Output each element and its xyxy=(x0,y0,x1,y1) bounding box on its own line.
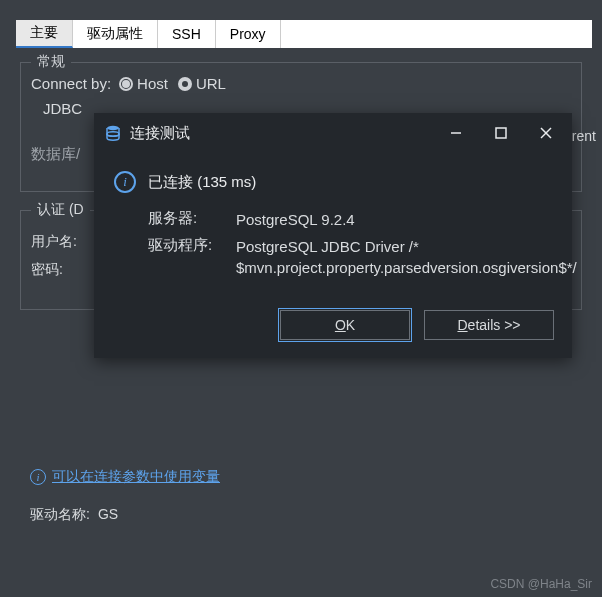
password-label: 密码: xyxy=(31,261,63,279)
connection-test-dialog: 连接测试 i 已连接 (135 ms) 服务器: PostgreSQL 9.2.… xyxy=(94,113,572,358)
radio-host-label: Host xyxy=(137,75,168,92)
svg-point-0 xyxy=(107,126,119,130)
db-schema-label: 数据库/ xyxy=(31,145,101,164)
close-button[interactable] xyxy=(523,113,568,153)
minimize-icon xyxy=(450,127,462,139)
info-icon: i xyxy=(30,469,46,485)
maximize-icon xyxy=(495,127,507,139)
general-legend: 常规 xyxy=(31,53,71,71)
driver-label: 驱动程序: xyxy=(148,236,236,278)
radio-icon xyxy=(178,77,192,91)
server-value: PostgreSQL 9.2.4 xyxy=(236,209,355,230)
jdbc-label: JDBC xyxy=(43,100,82,117)
variable-link[interactable]: 可以在连接参数中使用变量 xyxy=(52,468,220,486)
tab-driver-properties[interactable]: 驱动属性 xyxy=(73,20,158,48)
radio-host[interactable]: Host xyxy=(119,75,168,92)
tab-proxy[interactable]: Proxy xyxy=(216,20,281,48)
svg-rect-3 xyxy=(496,128,506,138)
driver-name-value: GS xyxy=(98,506,118,524)
variable-link-row: i 可以在连接参数中使用变量 xyxy=(30,468,582,486)
driver-value: PostgreSQL JDBC Driver /* $mvn.project.p… xyxy=(236,236,577,278)
dialog-titlebar: 连接测试 xyxy=(94,113,572,153)
radio-url-label: URL xyxy=(196,75,226,92)
auth-legend: 认证 (D xyxy=(31,201,90,219)
driver-name-label: 驱动名称: xyxy=(30,506,90,524)
ok-button[interactable]: OK xyxy=(280,310,410,340)
database-icon xyxy=(104,124,122,142)
radio-icon xyxy=(119,77,133,91)
maximize-button[interactable] xyxy=(478,113,523,153)
connection-status: 已连接 (135 ms) xyxy=(148,173,256,192)
info-icon: i xyxy=(114,171,136,193)
close-icon xyxy=(540,127,552,139)
radio-url[interactable]: URL xyxy=(178,75,226,92)
dialog-title: 连接测试 xyxy=(130,124,433,143)
tab-main[interactable]: 主要 xyxy=(16,20,73,48)
server-label: 服务器: xyxy=(148,209,236,230)
tab-bar: 主要 驱动属性 SSH Proxy xyxy=(16,20,592,48)
svg-point-1 xyxy=(107,132,119,136)
username-label: 用户名: xyxy=(31,233,77,251)
watermark: CSDN @HaHa_Sir xyxy=(490,577,592,591)
connect-by-label: Connect by: xyxy=(31,75,111,92)
tab-ssh[interactable]: SSH xyxy=(158,20,216,48)
minimize-button[interactable] xyxy=(433,113,478,153)
details-button[interactable]: Details >> xyxy=(424,310,554,340)
